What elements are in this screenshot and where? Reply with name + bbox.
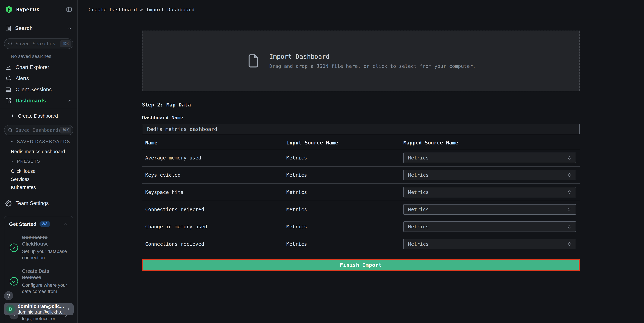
- help-button[interactable]: ?: [4, 291, 13, 300]
- file-icon: [246, 52, 260, 70]
- hyperdx-logo-icon: [5, 5, 13, 13]
- mapped-source-select[interactable]: Metrics: [404, 170, 576, 180]
- table-row: Change in memory used Metrics Metrics: [142, 218, 580, 235]
- dropzone-title: Import Dashboard: [269, 53, 476, 60]
- select-updown-icon: [567, 189, 572, 195]
- dashboard-name-label: Dashboard Name: [142, 115, 580, 120]
- json-dropzone[interactable]: Import Dashboard Drag and drop a JSON fi…: [142, 30, 580, 91]
- chevron-up-icon: [67, 26, 72, 31]
- preset-item-clickhouse[interactable]: ClickHouse: [0, 168, 77, 175]
- bell-icon: [5, 75, 12, 82]
- gear-icon: [5, 200, 12, 207]
- get-started-item-connect[interactable]: Connect to ClickHouse Set up your databa…: [9, 234, 68, 261]
- sidebar-item-dashboards[interactable]: Dashboards: [0, 95, 77, 106]
- chevron-up-icon: [64, 222, 68, 227]
- mapped-source-select[interactable]: Metrics: [404, 221, 576, 232]
- dropzone-subtitle: Drag and drop a JSON file here, or click…: [269, 63, 476, 69]
- table-row: Average memory used Metrics Metrics: [142, 149, 580, 167]
- check-circle-icon: [9, 243, 18, 253]
- mapping-table: Name Input Source Name Mapped Source Nam…: [142, 138, 580, 253]
- select-updown-icon: [567, 223, 572, 230]
- sidebar-item-team-settings[interactable]: Team Settings: [0, 198, 77, 209]
- search-section-label: Search: [15, 25, 32, 31]
- table-row: Keyspace hits Metrics Metrics: [142, 184, 580, 201]
- search-section-icon: [5, 25, 12, 31]
- shortcut-badge: ⌘K: [60, 40, 71, 47]
- plus-icon: [10, 114, 15, 118]
- select-updown-icon: [567, 172, 572, 178]
- search-section-header[interactable]: Search: [0, 23, 77, 34]
- saved-searches-search[interactable]: ⌘K: [4, 38, 73, 49]
- column-header-mapped-source: Mapped Source Name: [404, 140, 580, 146]
- mapped-source-select[interactable]: Metrics: [404, 153, 576, 163]
- main-area: Create Dashboard > Import Dashboard Impo…: [78, 0, 644, 323]
- sidebar-nav: Chart Explorer Alerts Client Sessions Da…: [0, 62, 77, 106]
- table-row: Connections rejected Metrics Metrics: [142, 201, 580, 218]
- select-updown-icon: [567, 241, 572, 247]
- mapped-source-select[interactable]: Metrics: [404, 204, 576, 215]
- breadcrumb: Create Dashboard > Import Dashboard: [88, 7, 195, 12]
- preset-item-services[interactable]: Services: [0, 176, 77, 183]
- saved-dashboards-input[interactable]: [16, 127, 60, 133]
- finish-import-button[interactable]: Finish Import: [142, 259, 580, 271]
- get-started-header[interactable]: Get Started 2/3: [9, 221, 68, 227]
- create-dashboard-button[interactable]: Create Dashboard: [0, 111, 77, 121]
- check-circle-icon: [9, 277, 18, 286]
- laptop-icon: [5, 86, 12, 93]
- search-icon: [8, 41, 13, 46]
- sidebar-item-client-sessions[interactable]: Client Sessions: [0, 84, 77, 95]
- dashboard-name-input[interactable]: [142, 124, 580, 134]
- search-icon: [8, 128, 13, 133]
- preset-item-kubernetes[interactable]: Kubernetes: [0, 184, 77, 191]
- chevron-down-icon: [10, 159, 14, 163]
- get-started-item-data-sources[interactable]: Create Data Sources Configure where your…: [9, 268, 68, 295]
- sidebar: HyperDX Search: [0, 0, 78, 323]
- step-label: Step 2: Map Data: [142, 102, 580, 108]
- select-updown-icon: [567, 206, 572, 213]
- mapped-source-select[interactable]: Metrics: [404, 187, 576, 197]
- dashboard-layout-icon: [5, 97, 12, 104]
- user-name: dominic.tran@clic...: [18, 304, 66, 309]
- column-header-input-source: Input Source Name: [286, 140, 404, 146]
- presets-group-header[interactable]: PRESETS: [10, 158, 77, 164]
- progress-badge: 2/3: [40, 221, 50, 227]
- sidebar-item-chart-explorer[interactable]: Chart Explorer: [0, 62, 77, 73]
- avatar: D: [6, 305, 15, 314]
- brand-title: HyperDX: [16, 6, 40, 12]
- topbar: Create Dashboard > Import Dashboard: [78, 0, 644, 19]
- column-header-name: Name: [142, 140, 286, 146]
- saved-dashboards-group-header[interactable]: SAVED DASHBOARDS: [10, 139, 77, 144]
- user-email: dominic.tran@clickho...: [18, 310, 66, 315]
- no-saved-searches-note: No saved searches: [11, 54, 77, 59]
- saved-searches-input[interactable]: [16, 41, 60, 46]
- saved-dashboards-search[interactable]: ⌘K: [4, 125, 73, 135]
- sidebar-item-alerts[interactable]: Alerts: [0, 73, 77, 84]
- mapped-source-select[interactable]: Metrics: [404, 239, 576, 249]
- saved-dashboard-item[interactable]: Redis metrics dashboard: [0, 148, 77, 155]
- import-dashboard-content: Import Dashboard Drag and drop a JSON fi…: [142, 19, 580, 271]
- chevron-down-icon: [10, 140, 14, 144]
- table-row: Keys evicted Metrics Metrics: [142, 167, 580, 184]
- user-account-button[interactable]: D dominic.tran@clic... dominic.tran@clic…: [4, 303, 74, 316]
- chevron-up-icon: [67, 98, 72, 103]
- select-updown-icon: [567, 155, 572, 161]
- table-row: Connections recieved Metrics Metrics: [142, 235, 580, 253]
- table-header-row: Name Input Source Name Mapped Source Nam…: [142, 138, 580, 149]
- sidebar-divider: [0, 34, 77, 34]
- sidebar-collapse-icon[interactable]: [66, 6, 72, 13]
- app-window: HyperDX Search: [0, 0, 644, 323]
- logo-row: HyperDX: [0, 0, 77, 19]
- shortcut-badge: ⌘K: [60, 127, 71, 133]
- sidebar-divider: [0, 109, 77, 109]
- chevron-right-icon: [66, 307, 71, 312]
- chart-line-icon: [5, 64, 12, 70]
